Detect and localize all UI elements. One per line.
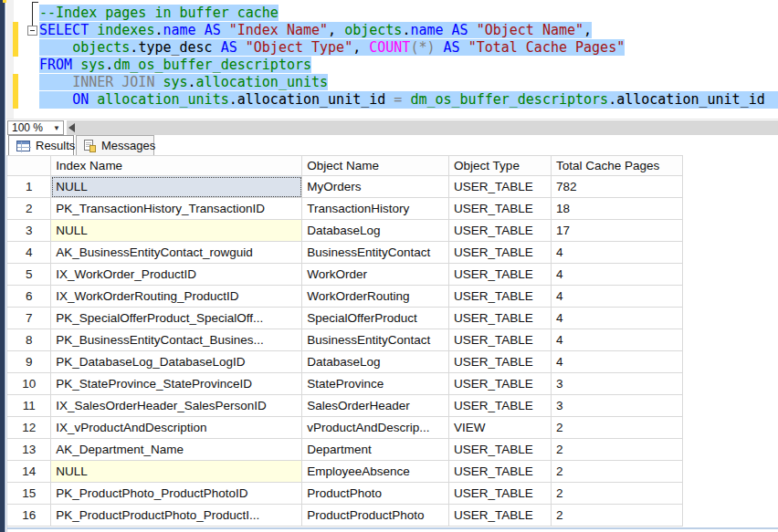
grid-cell[interactable]: vProductAndDescrip... — [302, 417, 449, 439]
grid-cell[interactable]: StateProvince — [302, 373, 449, 395]
horizontal-scrollbar[interactable] — [67, 120, 778, 135]
grid-cell[interactable]: PK_ProductPhoto_ProductPhotoID — [51, 483, 302, 505]
grid-cell[interactable]: AK_BusinessEntityContact_rowguid — [51, 242, 302, 264]
grid-cell[interactable]: 4 — [552, 264, 683, 286]
tab-results[interactable]: Results — [8, 135, 74, 155]
row-number[interactable]: 9 — [7, 351, 51, 373]
grid-cell[interactable]: USER_TABLE — [449, 220, 552, 242]
grid-cell[interactable]: VIEW — [449, 417, 552, 439]
grid-cell[interactable]: 782 — [552, 176, 683, 198]
tab-messages[interactable]: Messages — [76, 135, 154, 155]
grid-cell[interactable]: 3 — [552, 373, 683, 395]
grid-cell[interactable]: IX_WorkOrderRouting_ProductID — [51, 286, 302, 308]
code-lines[interactable]: --Index pages in buffer cacheSELECT inde… — [39, 5, 778, 109]
code-line[interactable]: INNER JOIN sys.allocation_units — [39, 74, 778, 91]
grid-cell[interactable]: SpecialOfferProduct — [302, 308, 449, 329]
grid-cell[interactable]: 4 — [552, 308, 683, 329]
grid-cell[interactable]: IX_WorkOrder_ProductID — [51, 264, 302, 286]
query-editor[interactable]: --Index pages in buffer cacheSELECT inde… — [6, 0, 778, 119]
grid-cell[interactable]: USER_TABLE — [449, 176, 552, 198]
code-line[interactable]: FROM sys.dm_os_buffer_descriptors — [39, 57, 778, 74]
row-number[interactable]: 16 — [7, 505, 51, 527]
grid-cell[interactable]: DatabaseLog — [302, 351, 449, 373]
row-number[interactable]: 11 — [7, 395, 51, 417]
grid-cell[interactable]: PK_BusinessEntityContact_Busines... — [51, 329, 302, 351]
grid-cell[interactable]: USER_TABLE — [449, 461, 552, 483]
grid-cell[interactable]: 2 — [552, 417, 683, 439]
grid-cell[interactable]: USER_TABLE — [449, 505, 552, 527]
grid-cell[interactable]: 17 — [552, 220, 683, 242]
column-header[interactable] — [7, 156, 51, 176]
grid-cell[interactable]: WorkOrder — [302, 264, 449, 286]
grid-cell[interactable]: 4 — [552, 329, 683, 351]
grid-cell[interactable]: PK_SpecialOfferProduct_SpecialOff... — [51, 308, 302, 329]
grid-cell[interactable]: USER_TABLE — [449, 395, 552, 417]
grid-cell[interactable]: PK_DatabaseLog_DatabaseLogID — [51, 351, 302, 373]
row-number[interactable]: 5 — [7, 264, 51, 286]
code-line[interactable]: SELECT indexes.name AS "Index Name", obj… — [39, 22, 778, 39]
grid-cell[interactable]: DatabaseLog — [302, 220, 449, 242]
grid-cell[interactable]: PK_ProductProductPhoto_ProductI... — [51, 505, 302, 527]
grid-cell[interactable]: BusinessEntityContact — [302, 242, 449, 264]
row-number[interactable]: 12 — [7, 417, 51, 439]
row-number[interactable]: 1 — [7, 176, 51, 198]
grid-cell[interactable]: PK_TransactionHistory_TransactionID — [51, 198, 302, 220]
column-header[interactable]: Object Type — [449, 156, 552, 176]
column-header[interactable]: Total Cache Pages — [552, 156, 683, 176]
row-number[interactable]: 6 — [7, 286, 51, 308]
grid-cell[interactable]: TransactionHistory — [302, 198, 449, 220]
grid-cell[interactable]: USER_TABLE — [449, 308, 552, 329]
row-number[interactable]: 2 — [7, 198, 51, 220]
scroll-left-icon[interactable] — [68, 123, 75, 132]
grid-cell[interactable]: ProductProductPhoto — [302, 505, 449, 527]
grid-cell[interactable]: AK_Department_Name — [51, 439, 302, 461]
row-number[interactable]: 15 — [7, 483, 51, 505]
grid-cell[interactable]: USER_TABLE — [449, 439, 552, 461]
grid-cell[interactable]: 2 — [552, 483, 683, 505]
code-line[interactable]: ON allocation_units.allocation_unit_id =… — [39, 91, 778, 109]
column-header[interactable]: Object Name — [302, 156, 449, 176]
grid-cell[interactable]: SalesOrderHeader — [302, 395, 449, 417]
results-grid[interactable]: Index NameObject NameObject TypeTotal Ca… — [6, 155, 778, 532]
grid-cell[interactable]: NULL — [51, 461, 302, 483]
grid-cell[interactable]: BusinessEntityContact — [302, 329, 449, 351]
grid-cell[interactable]: USER_TABLE — [449, 286, 552, 308]
grid-cell[interactable]: NULL — [51, 220, 302, 242]
code-line[interactable]: --Index pages in buffer cache — [39, 5, 778, 22]
grid-cell[interactable]: USER_TABLE — [449, 351, 552, 373]
grid-cell[interactable]: 4 — [552, 242, 683, 264]
row-number[interactable]: 3 — [7, 220, 51, 242]
row-number[interactable]: 10 — [7, 373, 51, 395]
grid-cell[interactable]: 2 — [552, 439, 683, 461]
grid-cell[interactable]: USER_TABLE — [449, 329, 552, 351]
grid-cell[interactable]: USER_TABLE — [449, 483, 552, 505]
grid-cell[interactable]: USER_TABLE — [449, 373, 552, 395]
grid-cell[interactable]: ProductPhoto — [302, 483, 449, 505]
grid-cell[interactable]: USER_TABLE — [449, 198, 552, 220]
grid-cell[interactable]: PK_StateProvince_StateProvinceID — [51, 373, 302, 395]
grid-cell[interactable]: EmployeeAbsence — [302, 461, 449, 483]
grid-cell[interactable]: MyOrders — [302, 176, 449, 198]
row-number[interactable]: 7 — [7, 308, 51, 329]
column-header[interactable]: Index Name — [51, 156, 302, 176]
row-number[interactable]: 8 — [7, 329, 51, 351]
grid-cell[interactable]: WorkOrderRouting — [302, 286, 449, 308]
grid-cell[interactable]: USER_TABLE — [449, 264, 552, 286]
grid-cell[interactable]: USER_TABLE — [449, 242, 552, 264]
grid-cell[interactable]: 18 — [552, 198, 683, 220]
grid-cell[interactable]: Department — [302, 439, 449, 461]
collapse-toggle-icon[interactable] — [27, 26, 37, 36]
zoom-dropdown[interactable]: 100 % ▼ — [7, 120, 64, 135]
grid-cell[interactable]: 2 — [552, 461, 683, 483]
grid-cell[interactable]: IX_SalesOrderHeader_SalesPersonID — [51, 395, 302, 417]
grid-cell[interactable]: 3 — [552, 395, 683, 417]
grid-cell[interactable]: 4 — [552, 286, 683, 308]
selected-cell[interactable]: NULL — [51, 176, 302, 198]
grid-cell[interactable]: IX_vProductAndDescription — [51, 417, 302, 439]
row-number[interactable]: 4 — [7, 242, 51, 264]
row-number[interactable]: 13 — [7, 439, 51, 461]
grid-cell[interactable]: 4 — [552, 351, 683, 373]
row-number[interactable]: 14 — [7, 461, 51, 483]
grid-cell[interactable]: 2 — [552, 505, 683, 527]
code-line[interactable]: objects.type_desc AS "Object Type", COUN… — [39, 39, 778, 57]
